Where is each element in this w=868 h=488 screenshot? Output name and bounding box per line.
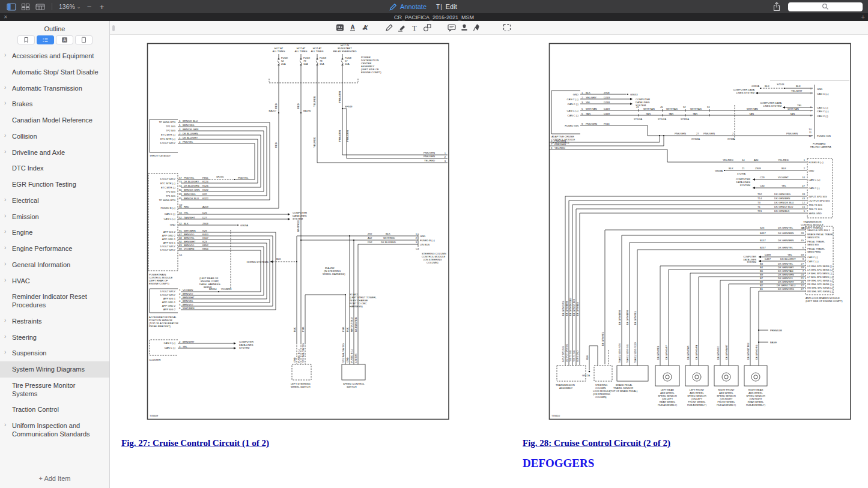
toolbar-drag-handle[interactable] — [112, 25, 115, 31]
stamp-tool[interactable] — [459, 23, 469, 33]
document-tab-title[interactable]: CR_PACIFICA_2016-2021_MSM — [394, 14, 474, 20]
sidebar-item-automatic-transmission[interactable]: ›Automatic Transmission — [0, 80, 109, 97]
chevron-right-icon[interactable]: › — [4, 421, 6, 429]
zoom-out-button[interactable]: − — [85, 2, 94, 11]
sidebar-item-steering[interactable]: ›Steering — [0, 330, 109, 346]
chevron-right-icon[interactable]: › — [4, 196, 6, 204]
sidebar-toggle-button[interactable] — [6, 2, 16, 11]
svg-text:BRN/DK GRN: BRN/DK GRN — [184, 188, 199, 191]
svg-text:G912A: G912A — [751, 85, 759, 88]
edit-button[interactable]: T| Edit — [436, 3, 457, 10]
sidebar-item-suspension[interactable]: ›Suspension — [0, 345, 109, 361]
zoom-level-dropdown[interactable]: 136% ⌄ — [59, 3, 81, 10]
svg-text:27: 27 — [696, 132, 699, 135]
chevron-right-icon[interactable]: › — [4, 349, 6, 357]
share-button[interactable] — [771, 2, 782, 11]
svg-text:TAN: TAN — [669, 112, 673, 115]
tab-pages[interactable] — [75, 35, 93, 44]
svg-text:BRN/YEL: BRN/YEL — [183, 300, 194, 303]
svg-text:WHT/BRN: WHT/BRN — [183, 307, 195, 310]
sidebar-item-electrical[interactable]: ›Electrical — [0, 193, 109, 209]
sidebar-item-tire-pressure-monitor-systems[interactable]: Tire Pressure Monitor Systems — [0, 378, 109, 402]
search-field[interactable] — [788, 2, 863, 11]
page-canvas[interactable]: HOT ATALL TIMESHOT ATALL TIMESHOT ATALL … — [110, 35, 868, 488]
svg-text:RED: RED — [297, 103, 300, 109]
add-item-button[interactable]: + Add Item — [0, 470, 109, 488]
chevron-right-icon[interactable]: › — [4, 100, 6, 107]
sidebar-item-emission[interactable]: ›Emission — [0, 209, 109, 225]
sidebar-item-uniform-inspection-and-communication-standards[interactable]: ›Uniform Inspection and Communication St… — [0, 418, 109, 442]
chevron-right-icon[interactable]: › — [4, 52, 6, 59]
sidebar-item-egr-function-testing[interactable]: EGR Function Testing — [0, 176, 109, 193]
chevron-right-icon[interactable]: › — [4, 148, 6, 156]
sidebar-item-reminder-indicator-reset-procedures[interactable]: Reminder Indicator Reset Procedures — [0, 289, 109, 313]
svg-text:PNK/GRN: PNK/GRN — [703, 132, 715, 135]
svg-text:YEL: YEL — [797, 104, 803, 107]
svg-text:K23: K23 — [202, 240, 207, 243]
tab-outline[interactable] — [37, 35, 54, 44]
sidebar-item-brakes[interactable]: ›Brakes — [0, 96, 109, 112]
pencil-tool[interactable] — [384, 23, 394, 33]
chevron-right-icon[interactable]: › — [4, 277, 6, 285]
sidebar-item-label: System Wiring Diagrams — [12, 366, 85, 373]
highlighter-tool[interactable] — [396, 23, 407, 33]
sidebar-item-hvac[interactable]: ›HVAC — [0, 273, 109, 289]
svg-text:CAN C (+): CAN C (+) — [817, 92, 829, 95]
strikethrough-tool[interactable]: A — [360, 23, 370, 33]
reader-view-tool[interactable] — [335, 23, 345, 33]
text-tool[interactable]: T — [409, 23, 419, 33]
sidebar-item-traction-control[interactable]: Traction Control — [0, 402, 109, 418]
sidebar-item-automatic-stop-start-disable[interactable]: Automatic Stop/ Start Disable — [0, 64, 109, 80]
chevron-right-icon[interactable]: › — [4, 132, 6, 140]
annotate-button[interactable]: Annotate — [389, 3, 426, 11]
svg-text:T52: T52 — [757, 193, 762, 196]
chevron-right-icon[interactable]: › — [4, 261, 6, 268]
chevron-right-icon[interactable]: › — [4, 228, 6, 236]
svg-text:D52: D52 — [368, 241, 372, 244]
svg-text:BRN/WHT: BRN/WHT — [184, 240, 196, 243]
svg-text:COMPUTER: COMPUTER — [743, 256, 756, 258]
sidebar-item-engine[interactable]: ›Engine — [0, 224, 109, 241]
sidebar-item-label: General Information — [12, 261, 70, 268]
svg-text:K22: K22 — [202, 193, 207, 196]
zoom-in-button[interactable]: + — [98, 2, 106, 11]
sidebar-item-engine-performance[interactable]: ›Engine Performance — [0, 241, 109, 257]
pen-tool[interactable] — [472, 23, 482, 33]
table-view-button[interactable] — [35, 2, 45, 11]
comment-tool[interactable] — [446, 23, 457, 33]
select-region-tool[interactable] — [502, 23, 512, 33]
new-tab-button[interactable]: + — [861, 13, 865, 21]
figure-28-caption-link[interactable]: Fig. 28: Cruise Control Circuit (2 of 2) — [523, 438, 670, 448]
svg-text:BLK: BLK — [346, 327, 349, 332]
sidebar-item-restraints[interactable]: ›Restraints — [0, 313, 109, 330]
sidebar-item-accessories-and-equipment[interactable]: ›Accessories and Equipment — [0, 48, 109, 64]
svg-text:YEL/RED: YEL/RED — [424, 159, 435, 162]
tab-bookmarks[interactable] — [17, 35, 35, 44]
chevron-right-icon[interactable]: › — [4, 333, 6, 341]
font-style-tool[interactable]: A — [347, 23, 357, 33]
chevron-right-icon[interactable]: › — [4, 317, 6, 325]
svg-text:WHT/TAN: WHT/TAN — [690, 107, 702, 110]
chevron-right-icon[interactable]: › — [4, 84, 6, 92]
svg-text:T91: T91 — [757, 209, 762, 212]
tab-annotations[interactable]: A — [56, 35, 73, 44]
shapes-tool[interactable] — [422, 23, 432, 33]
chevron-right-icon[interactable]: › — [4, 244, 6, 252]
svg-text:DK GRN/YEL: DK GRN/YEL — [634, 311, 637, 325]
svg-text:Z909: Z909 — [755, 167, 761, 170]
sidebar-item-system-wiring-diagrams[interactable]: System Wiring Diagrams — [0, 361, 109, 378]
search-input[interactable] — [788, 4, 863, 13]
svg-text:FUSED B (+): FUSED B (+) — [298, 349, 300, 363]
svg-text:52: 52 — [683, 106, 686, 109]
sidebar-item-collision[interactable]: ›Collision — [0, 128, 109, 145]
sidebar-item-dtc-index[interactable]: DTC Index — [0, 160, 109, 176]
chevron-down-icon: ⌄ — [77, 4, 81, 10]
svg-text:BLK: BLK — [586, 91, 590, 94]
figure-27-caption-link[interactable]: Fig. 27: Cruise Control Circuit (1 of 2) — [121, 438, 269, 448]
sidebar-item-general-information[interactable]: ›General Information — [0, 257, 109, 273]
sidebar-item-canadian-model-reference[interactable]: Canadian Model Reference — [0, 112, 109, 128]
grid-view-button[interactable] — [20, 2, 31, 11]
chevron-right-icon[interactable]: › — [4, 212, 6, 220]
tab-close-icon[interactable]: ✕ — [4, 14, 8, 20]
sidebar-item-driveline-and-axle[interactable]: ›Driveline and Axle — [0, 145, 109, 161]
